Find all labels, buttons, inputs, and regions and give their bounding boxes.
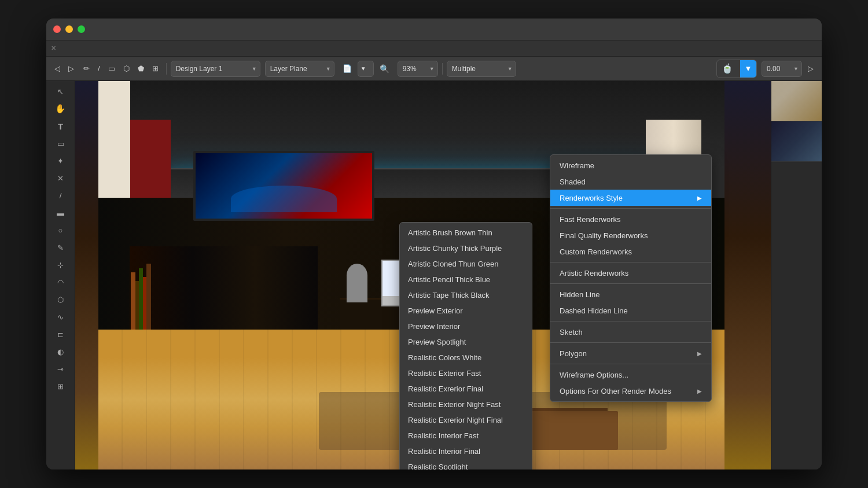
edit-tool[interactable]: ⊹ [50, 257, 71, 273]
oval-tool-button[interactable]: ⬡ [120, 61, 133, 77]
menu-item-hidden-line[interactable]: Hidden Line [550, 286, 711, 302]
nav-arrows: ◁ ▷ [51, 61, 78, 77]
text-tool[interactable]: T [50, 118, 71, 134]
coord-value: 0.00 [767, 65, 780, 73]
polygon-tool-button[interactable]: ⬟ [134, 61, 148, 77]
layer-dropdown-arrow: ▼ [252, 66, 257, 72]
render-dropdown-button[interactable]: ▼ [740, 60, 756, 77]
submenu-item-preview-exterior[interactable]: Preview Exterior [400, 303, 532, 319]
bezier-tool[interactable]: ∿ [50, 309, 71, 325]
primary-context-menu[interactable]: Wireframe Shaded Renderworks Style ▶ Fas… [550, 154, 712, 402]
pencil-tool[interactable]: ✎ [50, 239, 71, 256]
zoom-dropdown-arrow: ▼ [429, 66, 435, 72]
thumbnail-panel [771, 81, 822, 469]
traffic-lights [53, 25, 85, 33]
wall-tool[interactable]: ▬ [50, 205, 71, 221]
file-action-dropdown[interactable]: ▼ [358, 61, 374, 77]
polygon-submenu-arrow: ▶ [697, 350, 702, 357]
menu-item-custom-renderworks[interactable]: Custom Renderworks [550, 243, 711, 260]
arc-tool[interactable]: ◠ [50, 274, 71, 290]
pen-tool-button[interactable]: ✏ [80, 61, 93, 77]
back-button[interactable]: ◁ [51, 61, 64, 77]
thumbnail-2-image [771, 121, 822, 161]
pan-tool[interactable]: ✋ [50, 101, 71, 117]
renderworks-style-submenu[interactable]: Artistic Brush Brown Thin Artistic Chunk… [399, 222, 532, 469]
rectangle-tool[interactable]: ▭ [50, 135, 71, 151]
measure-tool[interactable]: ⊸ [50, 361, 71, 377]
close-path-tool[interactable]: ✕ [50, 170, 71, 186]
custom2-tool[interactable]: ◐ [50, 343, 71, 360]
plane-dropdown[interactable]: Layer Plane ▼ [265, 61, 334, 77]
close-button[interactable] [53, 25, 61, 33]
forward-button[interactable]: ▷ [65, 61, 78, 77]
file-dropdown-arrow-icon: ▼ [361, 65, 366, 72]
separator-after-dashed [550, 321, 711, 321]
menu-item-sketch[interactable]: Sketch [550, 324, 711, 340]
main-content: ↖ ✋ T ▭ ✦ ✕ / ▬ ○ ✎ ⊹ ◠ ⬡ ∿ ⊏ ◐ ⊸ ⊞ [46, 81, 822, 469]
layer-dropdown-value: Design Layer 1 [176, 65, 223, 73]
poly-tool[interactable]: ⬡ [50, 291, 71, 308]
layer-dropdown[interactable]: Design Layer 1 ▼ [171, 61, 260, 77]
submenu-item-realistic-interior-fast[interactable]: Realistic Interior Fast [400, 428, 532, 443]
submenu-item-realistic-interior-final[interactable]: Realistic Interior Final [400, 443, 532, 459]
submenu-item-realistic-exterior-final[interactable]: Realistic Exrerior Final [400, 381, 532, 397]
rect-tool-button[interactable]: ▭ [105, 61, 119, 77]
coord-next-button[interactable]: ▷ [804, 61, 817, 77]
submenu-item-artistic-tape-black[interactable]: Artistic Tape Thick Black [400, 287, 532, 303]
custom1-tool[interactable]: ⊏ [50, 326, 71, 342]
menu-item-options-other[interactable]: Options For Other Render Modes ▶ [550, 383, 711, 399]
magic-wand-tool[interactable]: ✦ [50, 153, 71, 169]
coord-dropdown[interactable]: 0.00 ▼ [762, 61, 802, 77]
thumbnail-1[interactable] [771, 81, 822, 121]
title-bar [46, 19, 822, 40]
menu-item-fast-renderworks[interactable]: Fast Renderworks [550, 211, 711, 227]
menu-item-final-quality[interactable]: Final Quality Renderworks [550, 227, 711, 243]
submenu-item-realistic-exterior-night-final[interactable]: Realistic Exrerior Night Final [400, 412, 532, 428]
view-dropdown[interactable]: Multiple ▼ [447, 61, 516, 77]
submenu-item-realistic-exterior-fast[interactable]: Realistic Exterior Fast [400, 365, 532, 381]
menu-item-wireframe-options[interactable]: Wireframe Options... [550, 367, 711, 383]
coord-dropdown-arrow: ▼ [793, 66, 799, 72]
tools-panel: ↖ ✋ T ▭ ✦ ✕ / ▬ ○ ✎ ⊹ ◠ ⬡ ∿ ⊏ ◐ ⊸ ⊞ [46, 81, 75, 469]
file-icon-button[interactable]: 📄 [339, 61, 355, 77]
canvas-area[interactable]: Wireframe Shaded Renderworks Style ▶ Fas… [75, 81, 771, 469]
line-tool-button[interactable]: / [94, 61, 104, 77]
submenu-item-preview-interior[interactable]: Preview Interior [400, 319, 532, 334]
submenu-item-preview-spotlight[interactable]: Preview Spotlight [400, 334, 532, 350]
submenu-item-artistic-pencil-blue[interactable]: Artistic Pencil Thick Blue [400, 272, 532, 287]
app-window: ✕ ◁ ▷ ✏ / ▭ ⬡ ⬟ ⊞ Design Layer 1 ▼ Layer… [46, 19, 822, 469]
menu-item-polygon[interactable]: Polygon ▶ [550, 345, 711, 361]
thumbnail-2[interactable] [771, 121, 822, 162]
separator-after-renderworks [550, 208, 711, 209]
submenu-item-artistic-cloned-green[interactable]: Atristic Cloned Thun Green [400, 256, 532, 272]
render-icon-button[interactable]: 🍵 [717, 60, 738, 77]
submenu-item-realistic-spotlight[interactable]: Realistic Spotlight [400, 459, 532, 469]
symbol-tool-button[interactable]: ⊞ [149, 61, 162, 77]
toolbar: ◁ ▷ ✏ / ▭ ⬡ ⬟ ⊞ Design Layer 1 ▼ Layer P… [46, 57, 822, 81]
select-tool[interactable]: ↖ [50, 83, 71, 99]
search-button[interactable]: 🔍 [376, 61, 393, 77]
separator-after-artistic [550, 283, 711, 284]
desk-lamp [347, 264, 367, 302]
menu-item-wireframe[interactable]: Wireframe [550, 157, 711, 173]
submenu-item-artistic-chunky-purple[interactable]: Artistic Chunky Thick Purple [400, 241, 532, 256]
menu-item-shaded[interactable]: Shaded [550, 173, 711, 190]
menu-item-dashed-hidden[interactable]: Dashed Hidden Line [550, 302, 711, 319]
circle-tool[interactable]: ○ [50, 222, 71, 238]
menu-item-artistic[interactable]: Artistic Renderworks [550, 265, 711, 281]
separator-after-polygon [550, 364, 711, 364]
view-dropdown-value: Multiple [452, 65, 476, 73]
submenu-item-realistic-exterior-night-fast[interactable]: Realistic Exterior Night Fast [400, 397, 532, 412]
camera-tool[interactable]: ⊞ [50, 378, 71, 394]
submenu-item-realistic-colors[interactable]: Realistic Colors White [400, 350, 532, 365]
zoom-dropdown[interactable]: 93% ▼ [398, 61, 438, 77]
line-tool[interactable]: / [50, 187, 71, 204]
drawing-tools-group: ✏ / ▭ ⬡ ⬟ ⊞ [80, 61, 162, 77]
options-other-arrow: ▶ [697, 388, 702, 394]
menu-item-renderworks-style[interactable]: Renderworks Style ▶ [550, 190, 711, 206]
minimize-button[interactable] [65, 25, 73, 33]
separator-2 [442, 63, 443, 75]
maximize-button[interactable] [78, 25, 85, 33]
tab-close-icon[interactable]: ✕ [51, 45, 56, 52]
submenu-item-artistic-brush-brown[interactable]: Artistic Brush Brown Thin [400, 225, 532, 241]
